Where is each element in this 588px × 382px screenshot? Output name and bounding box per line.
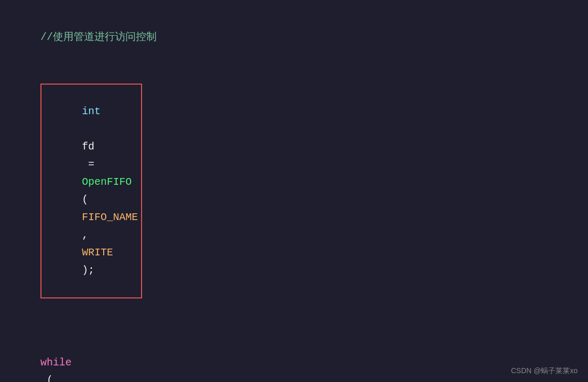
blank-line-1 bbox=[16, 318, 572, 336]
while-line: while ( true ) bbox=[16, 336, 572, 382]
comment-line: //使用管道进行访问控制 bbox=[16, 11, 572, 64]
keyword-while: while bbox=[40, 357, 72, 369]
keyword-int: int bbox=[82, 105, 101, 117]
comment-text: //使用管道进行访问控制 bbox=[40, 31, 157, 43]
red-border-box-1: int fd = OpenFIFO ( FIFO_NAME , WRITE ); bbox=[40, 84, 142, 298]
highlighted-line-1: int fd = OpenFIFO ( FIFO_NAME , WRITE ); bbox=[16, 66, 572, 316]
watermark: CSDN @蜗子莱莱xo bbox=[511, 366, 578, 376]
macro-write: WRITE bbox=[82, 247, 113, 258]
macro-fifo-name: FIFO_NAME bbox=[82, 211, 138, 223]
code-editor: //使用管道进行访问控制 int fd = OpenFIFO ( FIFO_NA… bbox=[0, 0, 588, 382]
var-fd: fd bbox=[82, 141, 94, 153]
func-openfifo: OpenFIFO bbox=[82, 176, 132, 188]
